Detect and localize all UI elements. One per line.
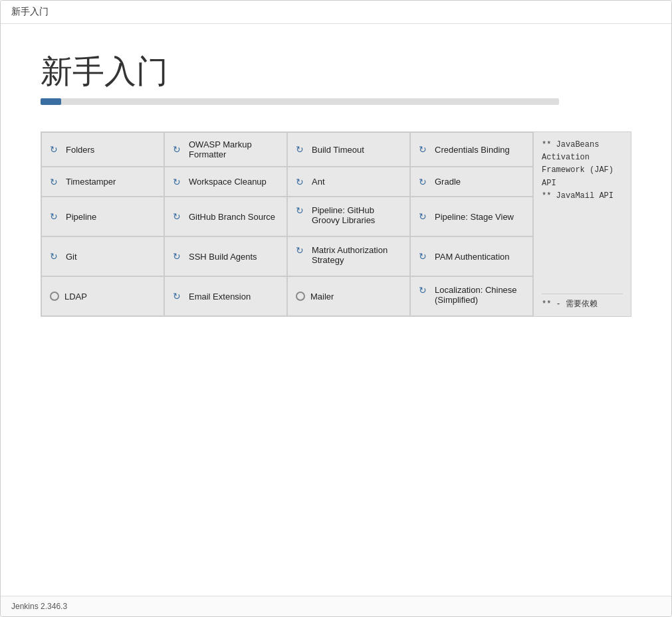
notes-panel: ** JavaBeans Activation Framework (JAF)A… — [534, 132, 631, 316]
refresh-icon: ↻ — [296, 245, 306, 256]
plugin-cell: ↻ Pipeline — [41, 197, 164, 236]
refresh-icon: ↻ — [419, 285, 429, 296]
refresh-icon: ↻ — [419, 144, 429, 155]
refresh-icon: ↻ — [173, 144, 183, 155]
plugin-name: SSH Build Agents — [189, 252, 257, 262]
plugin-cell: ↻ OWASP Markup Formatter — [164, 132, 287, 167]
plugin-cell: ↻ Localization: Chinese (Simplified) — [410, 276, 533, 316]
plugin-cell: Mailer — [287, 276, 410, 316]
plugin-name: Timestamper — [66, 177, 116, 187]
plugin-cell: ↻ Git — [41, 236, 164, 276]
plugin-cell: ↻ Email Extension — [164, 276, 287, 316]
app-window: 新手入门 新手入门 ↻ Folders ↻ OWASP Markup Forma… — [0, 0, 672, 617]
refresh-icon: ↻ — [50, 211, 60, 222]
plugin-name: Build Timeout — [312, 145, 364, 155]
plugin-cell: ↻ PAM Authentication — [410, 236, 533, 276]
plugin-name: LDAP — [64, 292, 87, 302]
plugin-cell: ↻ Folders — [41, 132, 164, 167]
plugin-cell: ↻ Gradle — [410, 167, 533, 197]
plugins-section: ↻ Folders ↻ OWASP Markup Formatter ↻ Bui… — [41, 132, 631, 317]
plugin-cell: ↻ SSH Build Agents — [164, 236, 287, 276]
plugins-grid: ↻ Folders ↻ OWASP Markup Formatter ↻ Bui… — [41, 132, 534, 316]
plugin-name: Git — [66, 252, 77, 262]
plugin-name: GitHub Branch Source — [189, 212, 275, 222]
circle-icon — [296, 292, 305, 301]
plugin-name: Folders — [66, 145, 94, 155]
plugin-name: PAM Authentication — [435, 252, 510, 262]
refresh-icon: ↻ — [419, 177, 429, 187]
plugin-cell: ↻ Build Timeout — [287, 132, 410, 167]
plugin-name: Mailer — [310, 292, 334, 302]
jenkins-version: Jenkins 2.346.3 — [11, 602, 67, 611]
refresh-icon: ↻ — [173, 177, 183, 187]
refresh-icon: ↻ — [50, 177, 60, 187]
plugin-name: OWASP Markup Formatter — [189, 139, 279, 159]
refresh-icon: ↻ — [419, 211, 429, 222]
refresh-icon: ↻ — [50, 251, 60, 262]
refresh-icon: ↻ — [173, 211, 183, 222]
plugin-name: Workspace Cleanup — [189, 177, 267, 187]
page-heading: 新手入门 — [41, 50, 631, 93]
plugin-name: Pipeline: Stage View — [435, 212, 514, 222]
plugin-cell: ↻ Timestamper — [41, 167, 164, 197]
main-content: 新手入门 ↻ Folders ↻ OWASP Markup Formatter … — [1, 24, 671, 596]
footer: Jenkins 2.346.3 — [1, 596, 671, 616]
notes-footer: ** - 需要依赖 — [542, 294, 623, 309]
refresh-icon: ↻ — [173, 251, 183, 262]
refresh-icon: ↻ — [50, 144, 60, 155]
plugin-name: Localization: Chinese (Simplified) — [435, 285, 524, 305]
plugin-cell: ↻ GitHub Branch Source — [164, 197, 287, 236]
plugin-name: Pipeline — [66, 212, 96, 222]
plugin-cell: ↻ Credentials Binding — [410, 132, 533, 167]
window-title: 新手入门 — [11, 6, 49, 17]
notes-text: ** JavaBeans Activation Framework (JAF)A… — [542, 139, 623, 203]
refresh-icon: ↻ — [419, 251, 429, 262]
plugin-name: Matrix Authorization Strategy — [312, 245, 401, 265]
refresh-icon: ↻ — [296, 144, 306, 155]
circle-icon — [50, 292, 59, 301]
plugin-cell: ↻ Workspace Cleanup — [164, 167, 287, 197]
plugin-name: Ant — [312, 177, 325, 187]
plugin-cell: ↻ Ant — [287, 167, 410, 197]
plugin-cell: LDAP — [41, 276, 164, 316]
plugin-name: Pipeline: GitHub Groovy Libraries — [312, 205, 401, 225]
progress-bar-fill — [41, 98, 61, 105]
refresh-icon: ↻ — [173, 291, 183, 302]
plugin-cell: ↻ Matrix Authorization Strategy — [287, 236, 410, 276]
plugin-cell: ↻ Pipeline: GitHub Groovy Libraries — [287, 197, 410, 236]
plugin-name: Gradle — [435, 177, 461, 187]
plugin-cell: ↻ Pipeline: Stage View — [410, 197, 533, 236]
progress-bar-container — [41, 98, 559, 105]
refresh-icon: ↻ — [296, 177, 306, 187]
plugin-name: Email Extension — [189, 292, 251, 302]
plugin-name: Credentials Binding — [435, 145, 510, 155]
title-bar: 新手入门 — [1, 1, 671, 24]
refresh-icon: ↻ — [296, 205, 306, 216]
